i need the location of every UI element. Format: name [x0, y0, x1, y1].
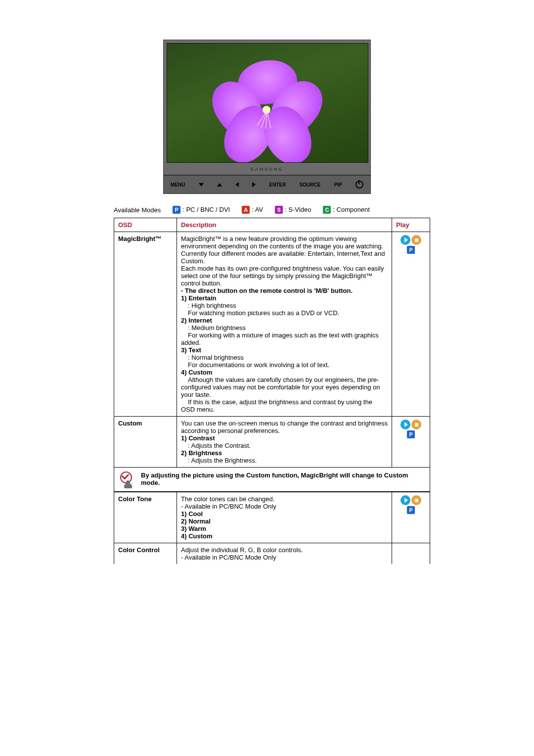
available-modes-label: Available Modes [114, 206, 161, 214]
mb-internet-l1: : Medium brightness [188, 324, 246, 331]
left-icon[interactable] [235, 182, 239, 187]
mb-internet-title: 2) Internet [181, 317, 212, 324]
colortone-custom: 4) Custom [181, 532, 213, 540]
custom-contrast-desc: : Adjusts the Contrast. [188, 442, 251, 449]
monitor-screen [167, 43, 368, 163]
mb-custom-l1: Although the values are carefully chosen… [181, 376, 380, 398]
flower-illustration [213, 64, 322, 153]
colorcontrol-intro: Adjust the individual R, G, B color cont… [181, 546, 303, 554]
mb-internet-l2: For working with a mixture of images suc… [181, 331, 379, 346]
colortone-normal: 2) Normal [181, 518, 211, 525]
header-osd: OSD [114, 218, 177, 232]
menu-button[interactable]: MENU [171, 182, 185, 188]
colortone-desc: The color tones can be changed. - Availa… [177, 492, 392, 543]
mb-text-l2: For documentations or work involving a l… [188, 361, 329, 369]
monitor-controls: MENU ENTER SOURCE PIP [163, 175, 371, 194]
badge-a-icon: A [242, 206, 250, 214]
custom-intro: You can use the on-screen menus to chang… [181, 420, 388, 434]
badge-p-icon: P [407, 430, 415, 438]
badge-p-icon: P [173, 206, 180, 214]
colortone-cool: 1) Cool [181, 510, 203, 518]
row-colortone: Color Tone The color tones can be change… [114, 492, 430, 543]
colorcontrol-title: Color Control [114, 543, 177, 565]
down-icon[interactable] [199, 183, 204, 187]
stop-icon[interactable] [411, 495, 421, 505]
mb-text-l1: : Normal brightness [188, 354, 244, 361]
row-custom: Custom You can use the on-screen menus t… [114, 417, 430, 468]
tip-icon [119, 472, 135, 487]
mode-av-text: : AV [252, 206, 263, 213]
colorcontrol-avail: - Available in PC/BNC Mode Only [181, 554, 276, 561]
mb-entertain-title: 1) Entertain [181, 294, 217, 302]
custom-desc: You can use the on-screen menus to chang… [177, 417, 392, 468]
mb-intro3: Each mode has its own pre-configured bri… [181, 265, 384, 287]
mode-svideo: S: S-Video [275, 206, 311, 214]
colorcontrol-play [392, 543, 430, 565]
custom-play: P [392, 417, 430, 468]
mb-intro2: Currently four different modes are avail… [181, 250, 385, 265]
play-icon[interactable] [400, 420, 410, 429]
stop-icon[interactable] [411, 420, 421, 429]
badge-p-icon: P [407, 246, 415, 254]
monitor-brand: SAMSUNG [167, 163, 367, 174]
colorcontrol-desc: Adjust the individual R, G, B color cont… [177, 543, 392, 565]
colortone-avail: - Available in PC/BNC Mode Only [181, 503, 276, 510]
power-icon[interactable] [356, 181, 363, 189]
magicbright-desc: MagicBright™ is a new feature providing … [177, 232, 392, 417]
mb-entertain-l2: For watching motion pictures such as a D… [188, 309, 339, 317]
mode-pc: P: PC / BNC / DVI [173, 206, 230, 214]
mb-intro1: MagicBright™ is a new feature providing … [181, 235, 383, 250]
monitor-bezel: SAMSUNG [163, 40, 371, 175]
mb-direct: - The direct button on the remote contro… [181, 287, 353, 294]
custom-brightness-title: 2) Brightness [181, 449, 222, 457]
mb-custom-l2: If this is the case, adjust the brightne… [181, 398, 372, 413]
mb-entertain-l1: : High brightness [188, 302, 236, 309]
mb-custom-title: 4) Custom [181, 369, 213, 376]
colortone-play: P [392, 492, 430, 543]
custom-brightness-desc: : Adjusts the Brightness. [188, 457, 257, 464]
mode-pc-text: : PC / BNC / DVI [182, 206, 230, 213]
play-icon[interactable] [400, 235, 410, 245]
source-button[interactable]: SOURCE [300, 182, 321, 188]
badge-s-icon: S [275, 206, 283, 214]
custom-title: Custom [114, 417, 177, 468]
colortone-warm: 3) Warm [181, 525, 206, 532]
mode-svideo-text: : S-Video [285, 206, 311, 213]
page-root: SAMSUNG MENU ENTER SOURCE PIP Available … [64, 0, 470, 594]
magicbright-title: MagicBright™ [114, 232, 177, 417]
note-box: By adjusting the picture using the Custo… [114, 468, 430, 492]
right-icon[interactable] [252, 182, 256, 187]
stop-icon[interactable] [411, 235, 421, 245]
mode-av: A: AV [242, 206, 263, 214]
magicbright-play: P [392, 232, 430, 417]
row-colorcontrol: Color Control Adjust the individual R, G… [114, 543, 430, 565]
table-header-row: OSD Description Play [114, 218, 430, 232]
up-icon[interactable] [217, 183, 222, 187]
colortone-title: Color Tone [114, 492, 177, 543]
badge-c-icon: C [323, 206, 331, 214]
play-icon[interactable] [400, 495, 410, 505]
mode-component-text: : Component [333, 206, 369, 213]
note-text: By adjusting the picture using the Custo… [141, 472, 425, 486]
osd-table-2: Color Tone The color tones can be change… [114, 492, 430, 564]
header-description: Description [177, 218, 392, 232]
monitor-mockup: SAMSUNG MENU ENTER SOURCE PIP [163, 40, 371, 194]
badge-p-icon: P [407, 506, 415, 514]
mb-text-title: 3) Text [181, 346, 201, 354]
colortone-intro: The color tones can be changed. [181, 495, 274, 503]
mode-component: C: Component [323, 206, 369, 214]
available-modes-row: Available Modes P: PC / BNC / DVI A: AV … [114, 206, 470, 214]
header-play: Play [392, 218, 430, 232]
custom-contrast-title: 1) Contrast [181, 434, 215, 442]
row-magicbright: MagicBright™ MagicBright™ is a new featu… [114, 232, 430, 417]
osd-table: OSD Description Play MagicBright™ MagicB… [114, 218, 430, 468]
enter-button[interactable]: ENTER [269, 182, 286, 188]
pip-button[interactable]: PIP [334, 182, 342, 188]
